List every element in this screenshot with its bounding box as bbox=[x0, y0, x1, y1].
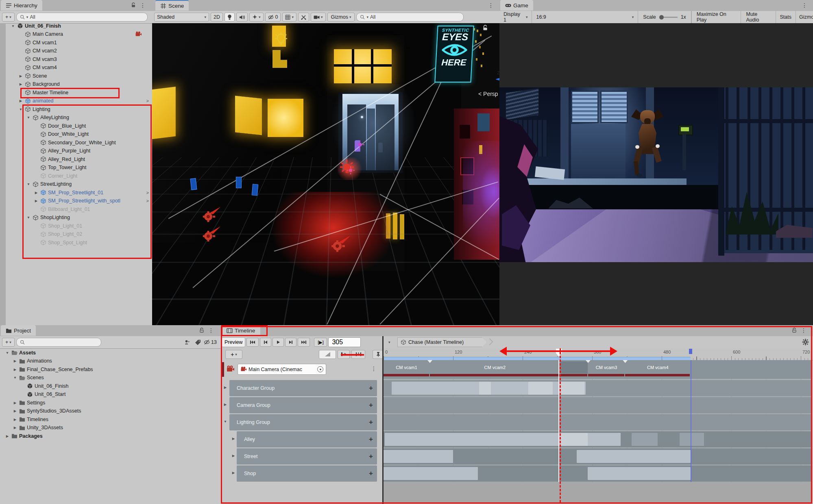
expand-arrow-icon[interactable]: ▶ bbox=[13, 401, 17, 405]
scene-tools-button[interactable] bbox=[298, 13, 309, 22]
add-clip-button[interactable]: + bbox=[369, 452, 373, 461]
camera-clip-cm-vcam1[interactable]: CM vcam1 bbox=[384, 361, 429, 374]
object-picker-icon[interactable] bbox=[317, 366, 323, 372]
hierarchy-item-sm-prop-streetlight-01[interactable]: ▶SM_Prop_Streetlight_01> bbox=[6, 188, 152, 197]
expand-arrow-icon[interactable]: ▶ bbox=[5, 434, 10, 438]
track-header-lighting-group[interactable]: Lighting Group+ bbox=[229, 414, 377, 430]
expand-arrow-icon[interactable]: ▶ bbox=[13, 409, 17, 413]
project-item-unit-06-finish[interactable]: Unit_06_Finish bbox=[0, 382, 220, 390]
scene-viewport[interactable]: SYNTHETIC EYES HERE y z bbox=[152, 23, 499, 325]
track-expand-arrow[interactable]: ▼ bbox=[223, 419, 228, 424]
expand-arrow-icon[interactable]: ▼ bbox=[26, 115, 31, 119]
hierarchy-item-shop-spot-light[interactable]: Shop_Spot_Light bbox=[6, 238, 152, 247]
kebab-menu-icon[interactable]: ⋮ bbox=[801, 327, 806, 334]
hierarchy-item-door-blue-light[interactable]: Door_Blue_Light bbox=[6, 122, 152, 130]
project-item-animations[interactable]: ▶Animations bbox=[0, 357, 220, 365]
add-clip-button[interactable]: + bbox=[369, 418, 373, 426]
scene-audio-toggle[interactable] bbox=[236, 13, 248, 22]
kebab-menu-icon[interactable]: ⋮ bbox=[488, 2, 494, 9]
expand-arrow-icon[interactable]: ▶ bbox=[18, 99, 23, 103]
project-item-packages[interactable]: ▶Packages bbox=[0, 432, 220, 440]
step-forward-button[interactable] bbox=[285, 338, 296, 347]
hierarchy-item-cm-vcam1[interactable]: CM vcam1 bbox=[6, 38, 152, 47]
clip-shop[interactable] bbox=[588, 467, 691, 480]
track-lane-camera-group[interactable] bbox=[384, 397, 812, 413]
project-item-final-chase-scene-prefabs[interactable]: ▶Final_Chase_Scene_Prefabs bbox=[0, 365, 220, 374]
kebab-menu-icon[interactable]: ⋮ bbox=[802, 2, 807, 9]
play-range-button[interactable]: [▶] bbox=[314, 338, 327, 347]
playhead-line[interactable] bbox=[558, 360, 559, 482]
prefab-open-chevron[interactable]: > bbox=[146, 198, 149, 203]
gizmos-dropdown[interactable]: Gizmos▾ bbox=[327, 13, 355, 22]
current-frame-field[interactable]: 305 bbox=[328, 337, 361, 347]
breadcrumb[interactable]: Chase (Master Timeline) bbox=[397, 337, 487, 347]
preview-toggle-button[interactable]: Preview bbox=[222, 337, 245, 347]
hierarchy-item-billboard-light-01[interactable]: Billboard_Light_01 bbox=[6, 205, 152, 213]
expand-arrow-icon[interactable]: ▶ bbox=[18, 82, 23, 86]
hierarchy-item-main-camera[interactable]: Main Camera bbox=[6, 30, 152, 39]
prefab-open-chevron[interactable]: > bbox=[146, 190, 149, 195]
add-track-button[interactable]: +▾ bbox=[225, 350, 242, 359]
display-dropdown[interactable]: Display 1▾ bbox=[499, 11, 532, 23]
camera-clip-gap[interactable] bbox=[560, 361, 588, 374]
hierarchy-item-cm-vcam4[interactable]: CM vcam4 bbox=[6, 63, 152, 72]
scene-lighting-toggle[interactable] bbox=[225, 13, 235, 22]
goto-end-button[interactable] bbox=[298, 338, 310, 347]
cinemachine-track-field[interactable]: Main Camera (Cinemac bbox=[238, 364, 326, 375]
clip-street[interactable] bbox=[577, 450, 691, 463]
hierarchy-item-alley-purple-light[interactable]: Alley_Purple_Light bbox=[6, 147, 152, 155]
add-clip-button[interactable]: + bbox=[369, 384, 373, 392]
stats-button[interactable]: Stats bbox=[776, 11, 796, 23]
camera-clip-cm-vcam3[interactable]: CM vcam3 bbox=[588, 361, 625, 374]
add-clip-button[interactable]: + bbox=[369, 435, 373, 443]
play-button[interactable] bbox=[272, 338, 284, 347]
hierarchy-item-lighting[interactable]: ▼Lighting bbox=[6, 105, 152, 113]
project-item-scenes[interactable]: ▼Scenes bbox=[0, 374, 220, 382]
timeline-splitter[interactable] bbox=[382, 336, 384, 504]
hierarchy-item-alley-red-light[interactable]: Alley_Red_Light bbox=[6, 155, 152, 163]
expand-arrow-icon[interactable]: ▼ bbox=[26, 182, 31, 186]
clip-shop[interactable] bbox=[384, 467, 478, 480]
scale-slider-track[interactable] bbox=[659, 15, 678, 20]
project-item-unity-3dassets[interactable]: ▶Unity_3DAssets bbox=[0, 424, 220, 432]
expand-arrow-icon[interactable]: ▶ bbox=[13, 417, 17, 421]
timeline-lanes[interactable]: CM vcam1CM vcam2CM vcam3CM vcam4 bbox=[384, 360, 812, 482]
project-item-unit-06-start[interactable]: Unit_06_Start bbox=[0, 390, 220, 399]
track-expand-arrow[interactable]: ▶ bbox=[223, 402, 228, 406]
project-item-timelines[interactable]: ▶Timelines bbox=[0, 415, 220, 424]
project-item-syntystudios-3dassets[interactable]: ▶SyntyStudios_3DAssets bbox=[0, 407, 220, 415]
hierarchy-item-animated[interactable]: ▶animated> bbox=[6, 97, 152, 105]
track-lane-lighting-group[interactable] bbox=[384, 414, 812, 430]
expand-arrow-icon[interactable]: ▼ bbox=[5, 351, 10, 355]
game-viewport[interactable] bbox=[499, 23, 813, 325]
scene-search-input[interactable]: ▾ All bbox=[356, 13, 464, 22]
hierarchy-item-alleylighting[interactable]: ▼AlleyLighting bbox=[6, 113, 152, 122]
expand-arrow-icon[interactable]: ▶ bbox=[13, 367, 17, 371]
timeline-end-marker[interactable] bbox=[689, 349, 692, 354]
clip-street[interactable] bbox=[384, 450, 453, 463]
hierarchy-item-streetlighting[interactable]: ▼StreetLighting bbox=[6, 180, 152, 189]
maximize-on-play-button[interactable]: Maximize On Play bbox=[691, 11, 741, 23]
add-clip-button[interactable]: + bbox=[369, 469, 373, 478]
cinemachine-track-header[interactable]: Main Camera (Cinemac ⋮ bbox=[220, 362, 382, 377]
hierarchy-item-top-tower-light[interactable]: Top_Tower_Light bbox=[6, 163, 152, 172]
goto-start-button[interactable] bbox=[246, 338, 259, 347]
expand-arrow-icon[interactable]: ▶ bbox=[34, 199, 39, 203]
tab-scene[interactable]: Scene bbox=[155, 0, 189, 11]
clip-alley[interactable] bbox=[632, 433, 658, 446]
track-lane-shop[interactable] bbox=[384, 465, 812, 482]
hierarchy-item-cm-vcam2[interactable]: CM vcam2 bbox=[6, 47, 152, 55]
track-kebab-icon[interactable]: ⋮ bbox=[371, 365, 377, 372]
shading-mode-dropdown[interactable]: Shaded▾ bbox=[154, 13, 209, 22]
track-lane-character-group[interactable] bbox=[384, 380, 812, 396]
expand-arrow-icon[interactable]: ▼ bbox=[26, 215, 31, 219]
scene-effects-dropdown[interactable]: ▾ bbox=[249, 13, 264, 22]
hierarchy-item-shop-light-01[interactable]: Shop_Light_01 bbox=[6, 222, 152, 230]
mute-audio-button[interactable]: Mute Audio bbox=[741, 11, 775, 23]
step-back-button[interactable] bbox=[260, 338, 271, 347]
track-lane-alley[interactable] bbox=[384, 431, 812, 448]
hierarchy-item-secondary-door-white-light[interactable]: Secondary_Door_White_Light bbox=[6, 138, 152, 147]
expand-arrow-icon[interactable]: ▶ bbox=[13, 426, 17, 430]
expand-arrow-icon[interactable]: ▼ bbox=[18, 107, 23, 111]
track-header-shop[interactable]: Shop+ bbox=[237, 465, 377, 482]
